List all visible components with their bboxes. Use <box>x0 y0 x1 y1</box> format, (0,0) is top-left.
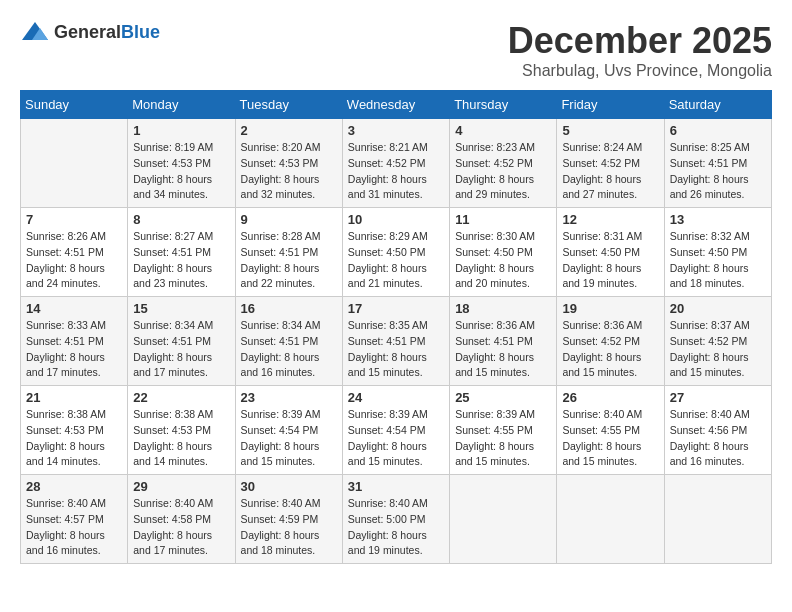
day-info: Sunrise: 8:38 AM Sunset: 4:53 PM Dayligh… <box>26 407 122 470</box>
day-info: Sunrise: 8:21 AM Sunset: 4:52 PM Dayligh… <box>348 140 444 203</box>
calendar-cell: 3Sunrise: 8:21 AM Sunset: 4:52 PM Daylig… <box>342 119 449 208</box>
calendar-cell: 28Sunrise: 8:40 AM Sunset: 4:57 PM Dayli… <box>21 475 128 564</box>
logo: GeneralBlue <box>20 20 160 44</box>
day-number: 30 <box>241 479 337 494</box>
calendar-cell: 6Sunrise: 8:25 AM Sunset: 4:51 PM Daylig… <box>664 119 771 208</box>
day-number: 14 <box>26 301 122 316</box>
day-number: 11 <box>455 212 551 227</box>
day-number: 16 <box>241 301 337 316</box>
day-number: 6 <box>670 123 766 138</box>
calendar-cell: 25Sunrise: 8:39 AM Sunset: 4:55 PM Dayli… <box>450 386 557 475</box>
day-info: Sunrise: 8:28 AM Sunset: 4:51 PM Dayligh… <box>241 229 337 292</box>
day-number: 9 <box>241 212 337 227</box>
day-info: Sunrise: 8:40 AM Sunset: 4:59 PM Dayligh… <box>241 496 337 559</box>
day-number: 21 <box>26 390 122 405</box>
calendar-cell: 16Sunrise: 8:34 AM Sunset: 4:51 PM Dayli… <box>235 297 342 386</box>
calendar-week-row: 7Sunrise: 8:26 AM Sunset: 4:51 PM Daylig… <box>21 208 772 297</box>
day-number: 23 <box>241 390 337 405</box>
calendar-cell: 21Sunrise: 8:38 AM Sunset: 4:53 PM Dayli… <box>21 386 128 475</box>
day-number: 24 <box>348 390 444 405</box>
day-number: 31 <box>348 479 444 494</box>
day-info: Sunrise: 8:20 AM Sunset: 4:53 PM Dayligh… <box>241 140 337 203</box>
location-subtitle: Sharbulag, Uvs Province, Mongolia <box>508 62 772 80</box>
day-info: Sunrise: 8:33 AM Sunset: 4:51 PM Dayligh… <box>26 318 122 381</box>
logo-blue: Blue <box>121 22 160 42</box>
calendar-cell: 18Sunrise: 8:36 AM Sunset: 4:51 PM Dayli… <box>450 297 557 386</box>
calendar-cell: 15Sunrise: 8:34 AM Sunset: 4:51 PM Dayli… <box>128 297 235 386</box>
day-info: Sunrise: 8:40 AM Sunset: 4:56 PM Dayligh… <box>670 407 766 470</box>
day-info: Sunrise: 8:25 AM Sunset: 4:51 PM Dayligh… <box>670 140 766 203</box>
day-info: Sunrise: 8:30 AM Sunset: 4:50 PM Dayligh… <box>455 229 551 292</box>
day-info: Sunrise: 8:26 AM Sunset: 4:51 PM Dayligh… <box>26 229 122 292</box>
day-info: Sunrise: 8:40 AM Sunset: 4:57 PM Dayligh… <box>26 496 122 559</box>
day-number: 4 <box>455 123 551 138</box>
calendar-cell <box>664 475 771 564</box>
day-number: 8 <box>133 212 229 227</box>
calendar-cell: 1Sunrise: 8:19 AM Sunset: 4:53 PM Daylig… <box>128 119 235 208</box>
calendar-cell: 29Sunrise: 8:40 AM Sunset: 4:58 PM Dayli… <box>128 475 235 564</box>
day-info: Sunrise: 8:29 AM Sunset: 4:50 PM Dayligh… <box>348 229 444 292</box>
calendar-cell <box>557 475 664 564</box>
day-info: Sunrise: 8:40 AM Sunset: 4:58 PM Dayligh… <box>133 496 229 559</box>
calendar-cell: 26Sunrise: 8:40 AM Sunset: 4:55 PM Dayli… <box>557 386 664 475</box>
logo-icon <box>20 20 50 44</box>
calendar-cell: 31Sunrise: 8:40 AM Sunset: 5:00 PM Dayli… <box>342 475 449 564</box>
day-number: 13 <box>670 212 766 227</box>
calendar-cell: 8Sunrise: 8:27 AM Sunset: 4:51 PM Daylig… <box>128 208 235 297</box>
weekday-header-sunday: Sunday <box>21 91 128 119</box>
day-info: Sunrise: 8:36 AM Sunset: 4:51 PM Dayligh… <box>455 318 551 381</box>
day-number: 19 <box>562 301 658 316</box>
logo-general: General <box>54 22 121 42</box>
calendar-cell: 23Sunrise: 8:39 AM Sunset: 4:54 PM Dayli… <box>235 386 342 475</box>
day-info: Sunrise: 8:39 AM Sunset: 4:55 PM Dayligh… <box>455 407 551 470</box>
calendar-cell: 7Sunrise: 8:26 AM Sunset: 4:51 PM Daylig… <box>21 208 128 297</box>
calendar-cell: 27Sunrise: 8:40 AM Sunset: 4:56 PM Dayli… <box>664 386 771 475</box>
day-info: Sunrise: 8:31 AM Sunset: 4:50 PM Dayligh… <box>562 229 658 292</box>
calendar-cell: 19Sunrise: 8:36 AM Sunset: 4:52 PM Dayli… <box>557 297 664 386</box>
weekday-header-wednesday: Wednesday <box>342 91 449 119</box>
calendar-cell: 11Sunrise: 8:30 AM Sunset: 4:50 PM Dayli… <box>450 208 557 297</box>
weekday-header-tuesday: Tuesday <box>235 91 342 119</box>
calendar-week-row: 21Sunrise: 8:38 AM Sunset: 4:53 PM Dayli… <box>21 386 772 475</box>
header: GeneralBlue December 2025 Sharbulag, Uvs… <box>20 20 772 80</box>
calendar-cell <box>21 119 128 208</box>
day-info: Sunrise: 8:35 AM Sunset: 4:51 PM Dayligh… <box>348 318 444 381</box>
day-number: 26 <box>562 390 658 405</box>
day-info: Sunrise: 8:24 AM Sunset: 4:52 PM Dayligh… <box>562 140 658 203</box>
calendar-cell: 20Sunrise: 8:37 AM Sunset: 4:52 PM Dayli… <box>664 297 771 386</box>
day-number: 22 <box>133 390 229 405</box>
calendar-cell: 17Sunrise: 8:35 AM Sunset: 4:51 PM Dayli… <box>342 297 449 386</box>
day-number: 25 <box>455 390 551 405</box>
day-number: 2 <box>241 123 337 138</box>
day-number: 7 <box>26 212 122 227</box>
day-info: Sunrise: 8:34 AM Sunset: 4:51 PM Dayligh… <box>241 318 337 381</box>
calendar-cell: 5Sunrise: 8:24 AM Sunset: 4:52 PM Daylig… <box>557 119 664 208</box>
month-title: December 2025 <box>508 20 772 62</box>
calendar-week-row: 14Sunrise: 8:33 AM Sunset: 4:51 PM Dayli… <box>21 297 772 386</box>
day-number: 12 <box>562 212 658 227</box>
day-number: 17 <box>348 301 444 316</box>
day-info: Sunrise: 8:36 AM Sunset: 4:52 PM Dayligh… <box>562 318 658 381</box>
day-info: Sunrise: 8:23 AM Sunset: 4:52 PM Dayligh… <box>455 140 551 203</box>
calendar-cell: 9Sunrise: 8:28 AM Sunset: 4:51 PM Daylig… <box>235 208 342 297</box>
weekday-header-thursday: Thursday <box>450 91 557 119</box>
day-info: Sunrise: 8:40 AM Sunset: 4:55 PM Dayligh… <box>562 407 658 470</box>
day-info: Sunrise: 8:27 AM Sunset: 4:51 PM Dayligh… <box>133 229 229 292</box>
day-info: Sunrise: 8:39 AM Sunset: 4:54 PM Dayligh… <box>348 407 444 470</box>
day-info: Sunrise: 8:34 AM Sunset: 4:51 PM Dayligh… <box>133 318 229 381</box>
day-number: 1 <box>133 123 229 138</box>
weekday-header-friday: Friday <box>557 91 664 119</box>
calendar-cell: 4Sunrise: 8:23 AM Sunset: 4:52 PM Daylig… <box>450 119 557 208</box>
day-number: 3 <box>348 123 444 138</box>
calendar-cell: 13Sunrise: 8:32 AM Sunset: 4:50 PM Dayli… <box>664 208 771 297</box>
calendar-cell: 22Sunrise: 8:38 AM Sunset: 4:53 PM Dayli… <box>128 386 235 475</box>
calendar-week-row: 1Sunrise: 8:19 AM Sunset: 4:53 PM Daylig… <box>21 119 772 208</box>
day-info: Sunrise: 8:38 AM Sunset: 4:53 PM Dayligh… <box>133 407 229 470</box>
day-info: Sunrise: 8:39 AM Sunset: 4:54 PM Dayligh… <box>241 407 337 470</box>
day-info: Sunrise: 8:32 AM Sunset: 4:50 PM Dayligh… <box>670 229 766 292</box>
calendar-cell <box>450 475 557 564</box>
calendar-cell: 24Sunrise: 8:39 AM Sunset: 4:54 PM Dayli… <box>342 386 449 475</box>
weekday-header-saturday: Saturday <box>664 91 771 119</box>
calendar-cell: 2Sunrise: 8:20 AM Sunset: 4:53 PM Daylig… <box>235 119 342 208</box>
calendar-cell: 12Sunrise: 8:31 AM Sunset: 4:50 PM Dayli… <box>557 208 664 297</box>
